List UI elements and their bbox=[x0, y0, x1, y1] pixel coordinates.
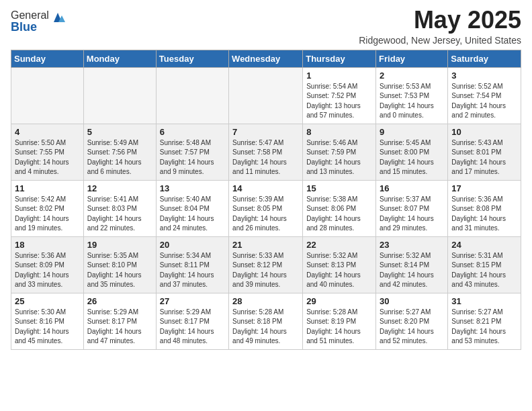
day-number: 8 bbox=[306, 127, 372, 137]
day-number: 29 bbox=[306, 296, 372, 306]
calendar-week-row: 25Sunrise: 5:30 AM Sunset: 8:16 PM Dayli… bbox=[11, 293, 521, 349]
calendar-day-cell: 24Sunrise: 5:31 AM Sunset: 8:15 PM Dayli… bbox=[448, 236, 521, 293]
day-info: Sunrise: 5:36 AM Sunset: 8:08 PM Dayligh… bbox=[451, 195, 517, 234]
day-info: Sunrise: 5:47 AM Sunset: 7:58 PM Dayligh… bbox=[232, 138, 299, 177]
day-info: Sunrise: 5:35 AM Sunset: 8:10 PM Dayligh… bbox=[87, 251, 152, 290]
day-number: 16 bbox=[380, 183, 444, 193]
day-number: 4 bbox=[15, 127, 80, 137]
day-number: 28 bbox=[232, 296, 299, 306]
day-number: 17 bbox=[451, 183, 517, 193]
day-number: 18 bbox=[15, 240, 80, 250]
day-number: 25 bbox=[15, 296, 80, 306]
day-number: 3 bbox=[451, 71, 517, 81]
calendar-day-cell: 22Sunrise: 5:32 AM Sunset: 8:13 PM Dayli… bbox=[303, 236, 376, 293]
calendar-day-cell: 18Sunrise: 5:36 AM Sunset: 8:09 PM Dayli… bbox=[11, 236, 84, 293]
day-info: Sunrise: 5:53 AM Sunset: 7:53 PM Dayligh… bbox=[380, 82, 444, 121]
day-number: 23 bbox=[380, 240, 444, 250]
day-info: Sunrise: 5:38 AM Sunset: 8:06 PM Dayligh… bbox=[306, 195, 372, 234]
calendar-day-cell bbox=[156, 67, 228, 124]
day-number: 19 bbox=[87, 240, 152, 250]
day-info: Sunrise: 5:29 AM Sunset: 8:17 PM Dayligh… bbox=[160, 308, 225, 347]
day-info: Sunrise: 5:28 AM Sunset: 8:19 PM Dayligh… bbox=[306, 308, 372, 347]
day-info: Sunrise: 5:27 AM Sunset: 8:20 PM Dayligh… bbox=[380, 308, 444, 347]
title-block: May 2025 Ridgewood, New Jersey, United S… bbox=[359, 7, 521, 46]
day-info: Sunrise: 5:43 AM Sunset: 8:01 PM Dayligh… bbox=[451, 138, 517, 177]
day-number: 10 bbox=[451, 127, 517, 137]
calendar-day-cell bbox=[83, 67, 156, 124]
calendar-day-cell: 16Sunrise: 5:37 AM Sunset: 8:07 PM Dayli… bbox=[376, 180, 448, 236]
calendar-day-cell: 28Sunrise: 5:28 AM Sunset: 8:18 PM Dayli… bbox=[229, 293, 303, 349]
calendar-day-cell: 30Sunrise: 5:27 AM Sunset: 8:20 PM Dayli… bbox=[376, 293, 448, 349]
logo-blue: Blue bbox=[11, 20, 65, 34]
day-info: Sunrise: 5:27 AM Sunset: 8:21 PM Dayligh… bbox=[451, 308, 517, 347]
calendar-day-cell: 15Sunrise: 5:38 AM Sunset: 8:06 PM Dayli… bbox=[303, 180, 376, 236]
day-info: Sunrise: 5:31 AM Sunset: 8:15 PM Dayligh… bbox=[451, 251, 517, 290]
calendar-weekday-thursday: Thursday bbox=[303, 50, 376, 67]
calendar-day-cell: 11Sunrise: 5:42 AM Sunset: 8:02 PM Dayli… bbox=[11, 180, 84, 236]
day-number: 30 bbox=[380, 296, 444, 306]
calendar-day-cell: 12Sunrise: 5:41 AM Sunset: 8:03 PM Dayli… bbox=[83, 180, 156, 236]
calendar-week-row: 11Sunrise: 5:42 AM Sunset: 8:02 PM Dayli… bbox=[11, 180, 521, 236]
calendar-weekday-monday: Monday bbox=[83, 50, 156, 67]
calendar-day-cell: 5Sunrise: 5:49 AM Sunset: 7:56 PM Daylig… bbox=[83, 124, 156, 180]
day-info: Sunrise: 5:34 AM Sunset: 8:11 PM Dayligh… bbox=[160, 251, 225, 290]
day-number: 14 bbox=[232, 183, 299, 193]
day-number: 26 bbox=[87, 296, 152, 306]
day-info: Sunrise: 5:30 AM Sunset: 8:16 PM Dayligh… bbox=[15, 308, 80, 347]
calendar-weekday-saturday: Saturday bbox=[448, 50, 521, 67]
calendar-day-cell: 13Sunrise: 5:40 AM Sunset: 8:04 PM Dayli… bbox=[156, 180, 228, 236]
day-number: 27 bbox=[160, 296, 225, 306]
day-info: Sunrise: 5:48 AM Sunset: 7:57 PM Dayligh… bbox=[160, 138, 225, 177]
day-info: Sunrise: 5:37 AM Sunset: 8:07 PM Dayligh… bbox=[380, 195, 444, 234]
calendar-day-cell: 8Sunrise: 5:46 AM Sunset: 7:59 PM Daylig… bbox=[303, 124, 376, 180]
calendar-day-cell: 3Sunrise: 5:52 AM Sunset: 7:54 PM Daylig… bbox=[448, 67, 521, 124]
calendar-day-cell: 29Sunrise: 5:28 AM Sunset: 8:19 PM Dayli… bbox=[303, 293, 376, 349]
header: General Blue May 2025 Ridgewood, New Jer… bbox=[11, 7, 521, 46]
calendar-day-cell: 2Sunrise: 5:53 AM Sunset: 7:53 PM Daylig… bbox=[376, 67, 448, 124]
day-info: Sunrise: 5:39 AM Sunset: 8:05 PM Dayligh… bbox=[232, 195, 299, 234]
calendar-day-cell: 1Sunrise: 5:54 AM Sunset: 7:52 PM Daylig… bbox=[303, 67, 376, 124]
calendar-day-cell: 19Sunrise: 5:35 AM Sunset: 8:10 PM Dayli… bbox=[83, 236, 156, 293]
day-number: 22 bbox=[306, 240, 372, 250]
day-number: 7 bbox=[232, 127, 299, 137]
day-info: Sunrise: 5:32 AM Sunset: 8:13 PM Dayligh… bbox=[306, 251, 372, 290]
day-number: 6 bbox=[160, 127, 225, 137]
day-number: 13 bbox=[160, 183, 225, 193]
logo: General Blue bbox=[11, 9, 65, 34]
day-number: 11 bbox=[15, 183, 80, 193]
location: Ridgewood, New Jersey, United States bbox=[359, 35, 521, 46]
calendar-weekday-friday: Friday bbox=[376, 50, 448, 67]
calendar-week-row: 4Sunrise: 5:50 AM Sunset: 7:55 PM Daylig… bbox=[11, 124, 521, 180]
day-number: 21 bbox=[232, 240, 299, 250]
calendar-day-cell: 20Sunrise: 5:34 AM Sunset: 8:11 PM Dayli… bbox=[156, 236, 228, 293]
day-info: Sunrise: 5:52 AM Sunset: 7:54 PM Dayligh… bbox=[451, 82, 517, 121]
calendar-weekday-sunday: Sunday bbox=[11, 50, 84, 67]
calendar-week-row: 18Sunrise: 5:36 AM Sunset: 8:09 PM Dayli… bbox=[11, 236, 521, 293]
calendar-day-cell: 26Sunrise: 5:29 AM Sunset: 8:17 PM Dayli… bbox=[83, 293, 156, 349]
calendar-day-cell bbox=[11, 67, 84, 124]
day-number: 5 bbox=[87, 127, 152, 137]
calendar-week-row: 1Sunrise: 5:54 AM Sunset: 7:52 PM Daylig… bbox=[11, 67, 521, 124]
calendar-day-cell bbox=[229, 67, 303, 124]
day-number: 31 bbox=[451, 296, 517, 306]
day-info: Sunrise: 5:49 AM Sunset: 7:56 PM Dayligh… bbox=[87, 138, 152, 177]
day-info: Sunrise: 5:50 AM Sunset: 7:55 PM Dayligh… bbox=[15, 138, 80, 177]
calendar-day-cell: 21Sunrise: 5:33 AM Sunset: 8:12 PM Dayli… bbox=[229, 236, 303, 293]
day-info: Sunrise: 5:32 AM Sunset: 8:14 PM Dayligh… bbox=[380, 251, 444, 290]
day-info: Sunrise: 5:40 AM Sunset: 8:04 PM Dayligh… bbox=[160, 195, 225, 234]
day-info: Sunrise: 5:42 AM Sunset: 8:02 PM Dayligh… bbox=[15, 195, 80, 234]
calendar-day-cell: 27Sunrise: 5:29 AM Sunset: 8:17 PM Dayli… bbox=[156, 293, 228, 349]
logo-triangle-icon bbox=[50, 10, 65, 22]
day-number: 20 bbox=[160, 240, 225, 250]
calendar-day-cell: 17Sunrise: 5:36 AM Sunset: 8:08 PM Dayli… bbox=[448, 180, 521, 236]
day-info: Sunrise: 5:29 AM Sunset: 8:17 PM Dayligh… bbox=[87, 308, 152, 347]
day-number: 2 bbox=[380, 71, 444, 81]
day-info: Sunrise: 5:28 AM Sunset: 8:18 PM Dayligh… bbox=[232, 308, 299, 347]
month-title: May 2025 bbox=[359, 7, 521, 34]
day-info: Sunrise: 5:46 AM Sunset: 7:59 PM Dayligh… bbox=[306, 138, 372, 177]
calendar-weekday-tuesday: Tuesday bbox=[156, 50, 228, 67]
calendar-day-cell: 10Sunrise: 5:43 AM Sunset: 8:01 PM Dayli… bbox=[448, 124, 521, 180]
day-info: Sunrise: 5:45 AM Sunset: 8:00 PM Dayligh… bbox=[380, 138, 444, 177]
calendar-day-cell: 31Sunrise: 5:27 AM Sunset: 8:21 PM Dayli… bbox=[448, 293, 521, 349]
calendar-header-row: SundayMondayTuesdayWednesdayThursdayFrid… bbox=[11, 50, 521, 67]
